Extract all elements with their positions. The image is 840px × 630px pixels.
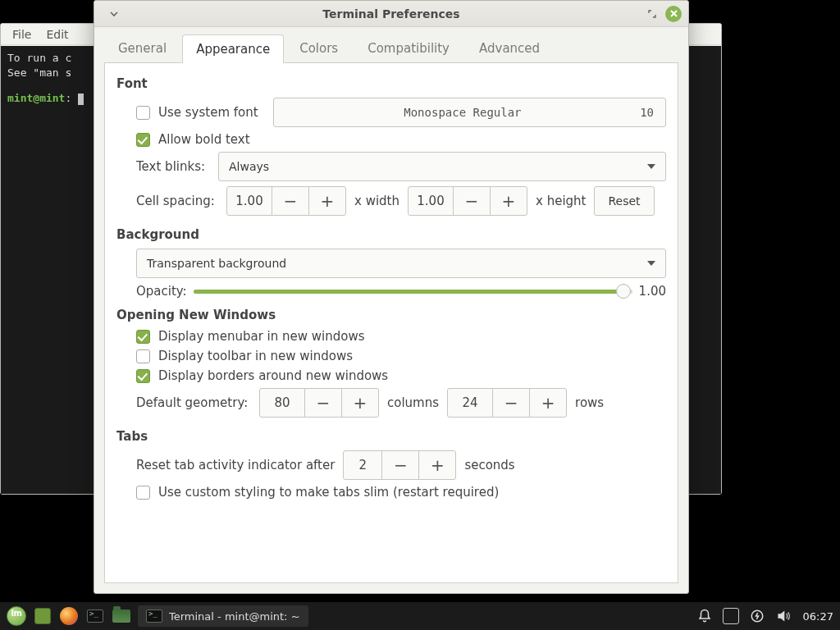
power-icon (750, 609, 765, 623)
dialog-titlebar[interactable]: Terminal Preferences (94, 1, 688, 27)
terminal-launcher[interactable] (85, 606, 105, 626)
terminal-prompt-user: mint@mint (7, 92, 65, 104)
tab-general[interactable]: General (104, 34, 180, 62)
files-launcher[interactable] (112, 606, 131, 626)
slim-tabs-label: Use custom styling to make tabs slim (re… (158, 485, 499, 500)
cell-height-input[interactable]: 1.00 (408, 186, 454, 216)
tab-compatibility[interactable]: Compatibility (354, 34, 463, 62)
reset-tab-minus[interactable]: − (381, 450, 419, 480)
display-toolbar-checkbox[interactable] (136, 349, 150, 363)
opacity-value: 1.00 (639, 284, 666, 299)
rows-suffix: rows (575, 395, 604, 410)
tab-appearance[interactable]: Appearance (182, 34, 284, 63)
cell-spacing-reset-button[interactable]: Reset (594, 186, 654, 216)
cell-height-plus[interactable]: + (490, 186, 527, 216)
tab-advanced[interactable]: Advanced (465, 34, 554, 62)
columns-input[interactable]: 80 (259, 388, 305, 418)
taskbar-window-button[interactable]: Terminal - mint@mint: ~ (138, 605, 308, 627)
terminal-cursor (78, 94, 84, 105)
cell-height-suffix: x height (536, 194, 586, 208)
shade-button[interactable] (106, 6, 122, 22)
terminal-icon (87, 609, 103, 623)
terminal-prompt-sep: : (65, 92, 71, 104)
menu-file[interactable]: File (12, 28, 31, 41)
font-family: Monospace Regular (285, 106, 641, 119)
firefox-icon (60, 607, 78, 625)
clock[interactable]: 06:27 (803, 610, 833, 623)
maximize-button[interactable] (644, 6, 660, 22)
section-font: Font (116, 76, 666, 91)
show-desktop-button[interactable] (33, 606, 52, 626)
dialog-title: Terminal Preferences (94, 7, 688, 21)
chevron-down-icon (647, 261, 655, 266)
volume-icon (775, 609, 792, 623)
allow-bold-checkbox[interactable] (136, 133, 150, 147)
allow-bold-label: Allow bold text (158, 132, 250, 147)
taskbar-window-title: Terminal - mint@mint: ~ (169, 610, 300, 623)
menu-edit[interactable]: Edit (46, 28, 68, 41)
cell-height-minus[interactable]: − (453, 186, 491, 216)
use-system-font-checkbox[interactable] (136, 106, 150, 120)
tab-colors[interactable]: Colors (285, 34, 352, 62)
rows-minus[interactable]: − (492, 388, 530, 418)
text-blinks-select[interactable]: Always (218, 152, 666, 181)
notifications-button[interactable] (695, 606, 714, 626)
taskbar: Terminal - mint@mint: ~ 06:27 (0, 602, 840, 630)
close-button[interactable] (665, 6, 682, 22)
display-toolbar-label: Display toolbar in new windows (158, 349, 353, 363)
use-system-font-label: Use system font (158, 105, 258, 120)
preferences-dialog: Terminal Preferences General Appearance … (94, 0, 689, 594)
reset-tab-label: Reset tab activity indicator after (136, 458, 335, 472)
font-chooser[interactable]: Monospace Regular 10 (273, 98, 666, 127)
workspace-button[interactable] (721, 606, 741, 626)
workspace-icon (723, 608, 739, 624)
power-button[interactable] (747, 606, 767, 626)
columns-plus[interactable]: + (341, 388, 379, 418)
section-background: Background (116, 227, 666, 242)
opacity-slider[interactable] (194, 283, 632, 299)
text-blinks-label: Text blinks: (136, 159, 210, 174)
background-type-select[interactable]: Transparent background (136, 249, 666, 278)
cell-width-suffix: x width (354, 194, 399, 208)
chevron-down-icon (647, 164, 655, 169)
columns-suffix: columns (387, 395, 439, 410)
display-menubar-checkbox[interactable] (136, 330, 150, 344)
cell-width-minus[interactable]: − (272, 186, 309, 216)
section-tabs: Tabs (116, 429, 666, 444)
tab-content: Font Use system font Monospace Regular 1… (104, 62, 678, 583)
cell-width-input[interactable]: 1.00 (226, 186, 272, 216)
tabs-row: General Appearance Colors Compatibility … (94, 27, 688, 62)
volume-button[interactable] (774, 606, 793, 626)
cell-width-plus[interactable]: + (308, 186, 346, 216)
columns-minus[interactable]: − (304, 388, 342, 418)
default-geometry-label: Default geometry: (136, 395, 251, 410)
rows-plus[interactable]: + (529, 388, 567, 418)
rows-input[interactable]: 24 (447, 388, 493, 418)
mint-logo-icon (7, 606, 26, 626)
display-borders-label: Display borders around new windows (158, 368, 388, 383)
display-menubar-label: Display menubar in new windows (158, 329, 365, 344)
desktop-icon (34, 608, 51, 624)
terminal-icon (146, 609, 162, 623)
reset-tab-plus[interactable]: + (418, 450, 456, 480)
bell-icon (697, 609, 712, 623)
section-opening: Opening New Windows (116, 308, 666, 322)
folder-icon (112, 609, 130, 623)
font-size: 10 (640, 106, 654, 119)
display-borders-checkbox[interactable] (136, 369, 150, 383)
text-blinks-value: Always (229, 160, 269, 173)
cell-spacing-label: Cell spacing: (136, 194, 218, 208)
firefox-launcher[interactable] (59, 606, 79, 626)
slim-tabs-checkbox[interactable] (136, 486, 150, 500)
start-menu-button[interactable] (7, 606, 26, 626)
reset-tab-seconds-input[interactable]: 2 (343, 450, 382, 480)
opacity-label: Opacity: (136, 284, 187, 299)
background-type-value: Transparent background (147, 257, 286, 270)
reset-tab-suffix: seconds (464, 458, 514, 472)
